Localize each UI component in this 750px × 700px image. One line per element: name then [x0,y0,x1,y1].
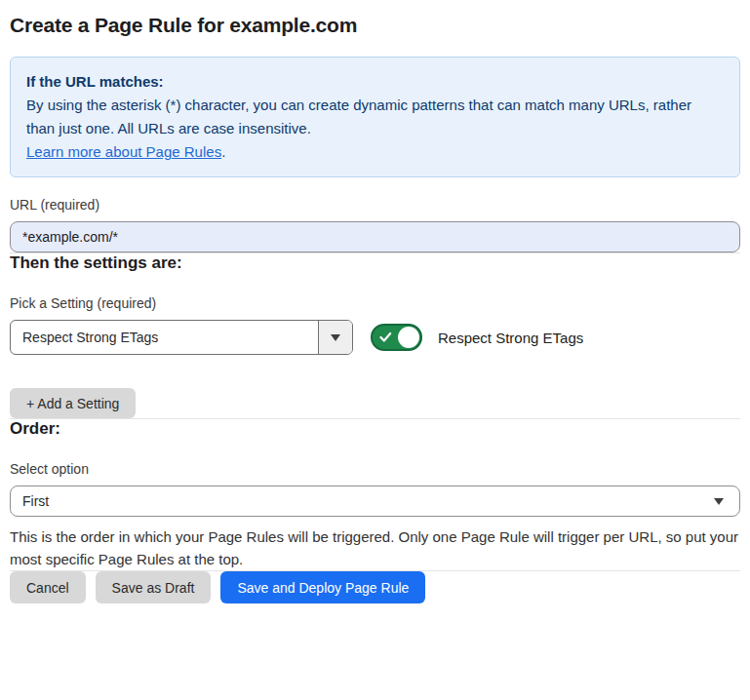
order-select-value: First [22,493,49,509]
settings-heading: Then the settings are: [10,253,740,273]
cancel-button[interactable]: Cancel [10,571,86,603]
link-period: . [221,143,225,160]
order-select-label: Select option [10,461,740,477]
save-and-deploy-button[interactable]: Save and Deploy Page Rule [220,571,425,603]
setting-select-dropdown[interactable]: Respect Strong ETags [10,320,353,355]
url-match-info-box: If the URL matches: By using the asteris… [10,57,740,177]
setting-select-value: Respect Strong ETags [11,321,318,354]
info-box-link-line: Learn more about Page Rules. [26,140,724,164]
url-input[interactable] [10,221,740,253]
page-title: Create a Page Rule for example.com [10,14,740,37]
info-box-heading: If the URL matches: [26,70,724,94]
setting-row: Respect Strong ETags Respect Strong ETag… [10,320,740,355]
toggle-knob [398,327,419,348]
learn-more-link[interactable]: Learn more about Page Rules [26,143,221,160]
setting-toggle-on[interactable] [371,324,422,351]
pick-setting-label: Pick a Setting (required) [10,295,740,311]
order-select-dropdown[interactable]: First [10,486,740,517]
info-box-body: By using the asterisk (*) character, you… [26,94,724,140]
form-actions: Cancel Save as Draft Save and Deploy Pag… [10,571,740,603]
order-heading: Order: [10,419,740,439]
triangle-glyph [331,334,340,341]
add-setting-button[interactable]: + Add a Setting [10,388,136,418]
chevron-down-icon[interactable] [318,321,352,354]
create-page-rule-form: Create a Page Rule for example.com If th… [0,0,750,619]
save-as-draft-button[interactable]: Save as Draft [96,571,212,603]
toggle-label: Respect Strong ETags [438,330,583,346]
url-field-label: URL (required) [10,197,740,213]
check-icon [379,332,392,343]
order-description: This is the order in which your Page Rul… [10,525,740,570]
chevron-down-icon [714,498,724,505]
